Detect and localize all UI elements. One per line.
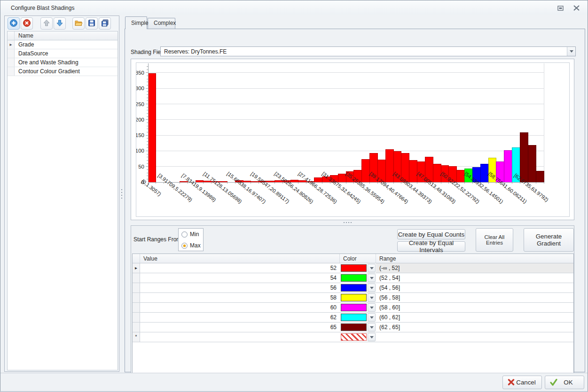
value-cell[interactable]: 65 [140, 323, 340, 332]
open-button[interactable] [72, 17, 85, 30]
range-column-header[interactable]: Range [376, 254, 573, 263]
color-dropdown-button[interactable] [368, 333, 376, 341]
radio-min-icon[interactable] [181, 231, 188, 238]
color-dropdown-button[interactable] [368, 313, 376, 322]
value-cell[interactable]: 58 [140, 293, 340, 302]
color-dropdown-button[interactable] [368, 274, 376, 282]
cancel-x-icon [508, 379, 515, 387]
color-swatch[interactable] [341, 304, 367, 311]
value-cell[interactable]: 56 [140, 283, 340, 292]
range-cell[interactable]: (62 , 65] [376, 323, 573, 332]
range-cell[interactable]: (58 , 60] [376, 303, 573, 312]
color-swatch[interactable] [341, 294, 367, 301]
table-row[interactable]: 56(54 , 56] [133, 283, 573, 293]
value-cell[interactable] [140, 332, 340, 342]
color-swatch[interactable] [341, 314, 367, 321]
tab-complex[interactable]: Complex [148, 18, 175, 29]
range-cell[interactable]: (52 , 54] [376, 273, 573, 283]
radio-min-label: Min [190, 231, 199, 238]
create-by-equal-counts-button[interactable]: Create by Equal Counts [397, 229, 465, 239]
color-dropdown-button[interactable] [368, 284, 376, 292]
vertical-splitter[interactable] [120, 189, 123, 202]
value-column-header[interactable]: Value [140, 254, 340, 263]
color-swatch[interactable] [341, 264, 367, 272]
row-indicator [8, 49, 15, 58]
table-row[interactable]: ▸52(-∞ , 52] [133, 263, 573, 273]
list-item[interactable]: DataSource [8, 49, 118, 58]
row-indicator: ▸ [8, 40, 15, 49]
radio-option-min[interactable]: Min [179, 229, 203, 240]
add-button[interactable] [8, 17, 20, 30]
color-swatch[interactable] [341, 333, 367, 341]
arrow-up-icon [42, 19, 51, 29]
color-swatch[interactable] [341, 323, 367, 331]
color-cell[interactable] [340, 293, 376, 302]
list-item-label: DataSource [15, 49, 118, 58]
table-row[interactable]: 62(60 , 62] [133, 313, 573, 323]
move-up-button[interactable] [40, 17, 53, 30]
table-row[interactable]: * [133, 332, 573, 342]
restore-window-icon[interactable] [556, 4, 565, 12]
color-cell[interactable] [340, 263, 376, 273]
cancel-button[interactable]: Cancel [502, 376, 542, 389]
tab-simple[interactable]: Simple [125, 16, 147, 29]
table-row[interactable]: 54(52 , 54] [133, 273, 573, 283]
value-cell[interactable]: 52 [140, 263, 340, 273]
name-column-header[interactable]: Name [15, 31, 118, 40]
color-swatch[interactable] [341, 274, 367, 282]
list-item[interactable]: Contour Colour Gradient [8, 67, 118, 76]
row-indicator [133, 323, 140, 332]
table-row[interactable]: 65(62 , 65] [133, 323, 573, 332]
svg-text:350: 350 [136, 70, 144, 76]
generate-gradient-button[interactable]: Generate Gradient [524, 228, 574, 252]
range-cell[interactable]: (56 , 58] [376, 293, 573, 302]
save-all-button[interactable] [99, 17, 111, 30]
create-by-equal-intervals-button[interactable]: Create by Equal Intervals [397, 241, 465, 252]
value-cell[interactable]: 62 [140, 313, 340, 322]
ok-button[interactable]: OK [545, 376, 584, 389]
ranges-panel: Start Ranges From: Min Max Create by Equ… [131, 225, 574, 384]
color-cell[interactable] [340, 313, 376, 322]
save-all-icon [101, 19, 109, 29]
chevron-down-icon [370, 287, 374, 291]
color-dropdown-button[interactable] [368, 264, 376, 272]
range-cell[interactable]: (60 , 62] [376, 313, 573, 322]
row-indicator [133, 283, 140, 292]
shading-field-combobox[interactable]: Reserves: DryTonnes.FE [160, 46, 576, 56]
color-dropdown-button[interactable] [368, 323, 376, 331]
move-down-button[interactable] [54, 17, 66, 30]
color-swatch[interactable] [341, 284, 367, 292]
value-cell[interactable]: 54 [140, 273, 340, 283]
radio-max-icon[interactable] [181, 243, 188, 249]
table-row[interactable]: 58(56 , 58] [133, 293, 573, 303]
shading-field-dropdown-button[interactable] [567, 47, 575, 56]
value-cell[interactable]: 60 [140, 303, 340, 312]
color-cell[interactable] [340, 323, 376, 332]
min-max-radio-group: Min Max [178, 228, 204, 251]
color-cell[interactable] [340, 332, 376, 342]
range-cell[interactable] [376, 332, 573, 342]
color-cell[interactable] [340, 273, 376, 283]
horizontal-splitter[interactable] [344, 222, 352, 223]
list-item[interactable]: Ore and Waste Shading [8, 58, 118, 67]
color-cell[interactable] [340, 303, 376, 312]
clear-all-entries-button[interactable]: Clear All Entries [476, 228, 513, 252]
range-cell[interactable]: (54 , 56] [376, 283, 573, 292]
color-dropdown-button[interactable] [368, 293, 376, 302]
delete-button[interactable] [21, 17, 33, 30]
histogram-chart: 050100150200250300350[0,1.3057)[3.91709,… [136, 62, 570, 217]
range-cell[interactable]: (-∞ , 52] [376, 263, 573, 273]
shadings-list-header[interactable]: Name [8, 31, 118, 40]
delete-icon [23, 19, 31, 29]
list-item[interactable]: ▸Grade [8, 40, 118, 49]
chevron-down-icon [370, 277, 374, 281]
radio-option-max[interactable]: Max [179, 240, 203, 251]
color-cell[interactable] [340, 283, 376, 292]
table-row[interactable]: 60(58 , 60] [133, 303, 573, 313]
radio-max-label: Max [190, 242, 201, 249]
color-dropdown-button[interactable] [368, 303, 376, 312]
color-column-header[interactable]: Color [340, 254, 376, 263]
close-icon[interactable] [572, 4, 581, 12]
ok-check-icon [550, 379, 557, 387]
save-button[interactable] [86, 17, 98, 30]
